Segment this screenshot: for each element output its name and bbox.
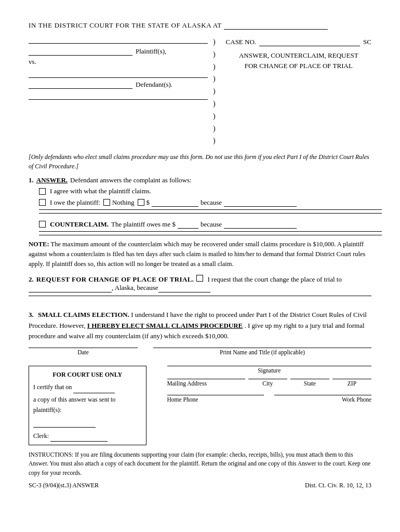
work-phone-line <box>274 395 371 395</box>
counterclaim-amount[interactable] <box>178 220 198 229</box>
counterclaim-checkbox[interactable] <box>39 221 46 228</box>
sc-label: SC <box>363 38 371 46</box>
party-section: Plaintiff(s), vs. Defendant(s). ) ) ) ) … <box>29 35 371 147</box>
address-row: Mailing Address City State ZIP <box>167 379 371 392</box>
section3-num: 3. <box>29 311 34 318</box>
note-text: The maximum amount of the counterclaim w… <box>29 241 365 268</box>
left-party-col: Plaintiff(s), vs. Defendant(s). <box>29 35 213 147</box>
section-request: 2. REQUEST FOR CHANGE OF PLACE OF TRIAL.… <box>29 275 371 303</box>
paren-col: ) ) ) ) ) ) ) ) ) <box>213 35 216 147</box>
section1-num: 1. <box>29 176 34 184</box>
mailing-label: Mailing Address <box>167 380 245 387</box>
court-title: IN THE DISTRICT COURT FOR THE STATE OF A… <box>29 21 222 30</box>
counterclaim-text: The plaintiff owes me $ <box>111 220 176 229</box>
plaintiff-copy-field[interactable] <box>33 416 96 427</box>
agree-label: I agree with what the plaintiff claims. <box>50 187 151 195</box>
sig-label: Signature <box>167 367 371 374</box>
plaintiff-line2: Plaintiff(s), <box>29 47 208 56</box>
mailing-address-block: Mailing Address <box>167 379 245 392</box>
owe-checkbox[interactable] <box>39 199 46 206</box>
date-block: Date <box>29 348 138 361</box>
zip-block: ZIP <box>332 379 371 392</box>
note-box: NOTE: The maximum amount of the counterc… <box>29 240 371 269</box>
request-checkbox[interactable] <box>196 275 203 282</box>
clerk-field[interactable] <box>50 431 108 442</box>
instructions: INSTRUCTIONS: If you are filing document… <box>29 450 371 477</box>
answer-title: ANSWER. <box>36 176 68 184</box>
dollar-amount-field[interactable] <box>152 198 198 207</box>
state-line <box>290 379 329 379</box>
date-label: Date <box>29 349 138 355</box>
defendant-line2: Defendant(s). <box>29 80 208 89</box>
section3-underline: I HEREBY ELECT SMALL CLAIMS PROCEDURE <box>87 322 243 329</box>
trial-location-field[interactable] <box>29 284 112 292</box>
right-case-col: CASE NO. SC ANSWER, COUNTERCLAIM, REQUES… <box>221 37 371 147</box>
counterclaim-because-field[interactable] <box>224 220 297 229</box>
italic-note: [Only defendants who elect small claims … <box>29 152 371 171</box>
request-line1 <box>29 296 371 296</box>
certify-text: I certify that on <box>33 383 72 391</box>
dollar-checkbox[interactable] <box>138 199 144 206</box>
counterclaim-label: COUNTERCLAIM. <box>50 220 109 229</box>
section2-title: REQUEST FOR CHANGE OF PLACE OF TRIAL. <box>36 275 194 284</box>
note-label: NOTE: <box>29 241 49 248</box>
answer-text: Defendant answers the complaint as follo… <box>70 176 192 184</box>
vs-line: vs. <box>29 58 208 66</box>
mailing-line <box>167 379 245 379</box>
title-line1: ANSWER, COUNTERCLAIM, REQUEST <box>226 50 371 61</box>
case-no-field[interactable] <box>259 37 360 46</box>
court-use-title: FOR COURT USE ONLY <box>33 369 142 380</box>
change-because-field[interactable] <box>158 284 210 292</box>
small-claims-content: 3. SMALL CLAIMS ELECTION. I understand I… <box>29 310 371 341</box>
home-phone-block: Home Phone <box>167 395 264 408</box>
dollar-label: $ <box>146 198 150 207</box>
signature-section: Signature Mailing Address City State ZIP <box>157 366 371 445</box>
footer: SC-3 (9/04)(st.3) ANSWER Dist. Ct. Civ. … <box>29 482 371 489</box>
city-line <box>248 379 287 379</box>
because-label: because <box>201 198 222 207</box>
home-phone-label: Home Phone <box>167 396 264 403</box>
date-line <box>29 348 138 348</box>
home-phone-line <box>167 395 264 395</box>
certify-line: I certify that on <box>33 382 142 393</box>
defendant-label: Defendant(s). <box>136 81 172 89</box>
print-line <box>153 348 371 348</box>
party-line3 <box>29 91 208 100</box>
clerk-line: Clerk: <box>33 431 142 442</box>
because-field[interactable] <box>224 198 297 207</box>
city-block: City <box>248 379 287 392</box>
alaska-label: , Alaska, because <box>112 284 158 292</box>
certify-date-field[interactable] <box>73 382 115 393</box>
sig-line <box>167 366 371 366</box>
plaintiff-label: Plaintiff(s), <box>136 47 166 56</box>
work-phone-label: Work Phone <box>274 396 371 403</box>
city-label: City <box>248 380 287 387</box>
counterclaim-line1 <box>39 231 382 232</box>
answer-header: 1. ANSWER. Defendant answers the complai… <box>29 176 371 184</box>
answer-line2 <box>39 213 382 214</box>
title-line2: FOR CHANGE OF PLACE OF TRIAL <box>226 61 371 71</box>
clerk-label: Clerk: <box>33 432 49 440</box>
state-label: State <box>290 380 329 387</box>
plaintiff-copy-line <box>33 416 142 427</box>
date-print-section: Date Print Name and Title (if applicable… <box>29 348 371 361</box>
section-small-claims: 3. SMALL CLAIMS ELECTION. I understand I… <box>29 310 371 341</box>
bottom-section: FOR COURT USE ONLY I certify that on a c… <box>29 366 371 445</box>
case-no-line: CASE NO. SC <box>226 37 371 46</box>
counterclaim-line2 <box>39 235 382 235</box>
section-answer: 1. ANSWER. Defendant answers the complai… <box>29 176 371 269</box>
copy-text: a copy of this answer was sent to plaint… <box>33 394 142 416</box>
zip-line <box>332 379 371 379</box>
rules: Dist. Ct. Civ. R. 10, 12, 13 <box>305 482 371 489</box>
location-field[interactable] <box>224 21 328 30</box>
nothing-checkbox[interactable] <box>103 199 110 206</box>
phone-row: Home Phone Work Phone <box>167 395 371 408</box>
print-label: Print Name and Title (if applicable) <box>153 349 371 355</box>
zip-label: ZIP <box>332 380 371 387</box>
form-title: ANSWER, COUNTERCLAIM, REQUEST FOR CHANGE… <box>226 50 371 71</box>
print-block: Print Name and Title (if applicable) <box>153 348 371 361</box>
case-no-label: CASE NO. <box>226 38 257 46</box>
state-block: State <box>290 379 329 392</box>
agree-checkbox[interactable] <box>39 188 46 195</box>
request-text: I request that the court change the plac… <box>207 275 341 284</box>
